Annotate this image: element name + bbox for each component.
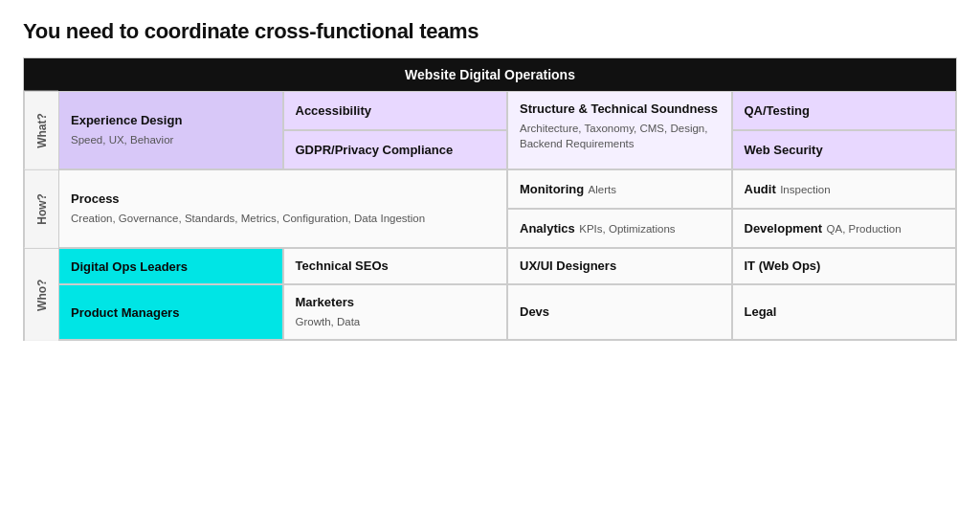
how-col3-top-subtitle: Alerts <box>589 184 616 195</box>
what-col4-bot-title: Web Security <box>745 143 823 157</box>
page-title: You need to coordinate cross-functional … <box>23 19 957 44</box>
who-col4-bot-title: Legal <box>745 304 777 321</box>
who-col1-bot-title: Product Managers <box>71 305 179 320</box>
how-monitoring: Monitoring Alerts <box>507 169 732 209</box>
how-col4-top-subtitle: Inspection <box>780 184 830 195</box>
how-col4-top-title: Audit <box>745 182 776 196</box>
who-col4-top-title: IT (Web Ops) <box>745 258 821 275</box>
what-col4-top-title: QA/Testing <box>745 103 810 118</box>
what-col3-subtitle: Architecture, Taxonomy, CMS, Design, Bac… <box>520 121 720 151</box>
what-col2-top-title: Accessibility <box>296 103 372 118</box>
how-process: Process Creation, Governance, Standards,… <box>58 169 507 248</box>
how-col3-top-title: Monitoring <box>520 182 584 196</box>
who-devs: Devs <box>507 284 732 340</box>
what-structure: Structure & Technical Soundness Architec… <box>507 91 732 169</box>
who-legal: Legal <box>732 284 957 340</box>
row-label-what: What? <box>24 91 58 169</box>
what-col1-title: Experience Design <box>71 113 271 129</box>
who-technical-seos: Technical SEOs <box>283 248 508 285</box>
who-marketers: Marketers Growth, Data <box>283 284 508 340</box>
who-col2-top-title: Technical SEOs <box>296 258 389 275</box>
how-col1-subtitle: Creation, Governance, Standards, Metrics… <box>71 211 495 226</box>
what-col2-wrapper: Accessibility GDPR/Privacy Compliance <box>283 91 508 169</box>
what-col3-title: Structure & Technical Soundness <box>520 101 720 118</box>
what-gdpr: GDPR/Privacy Compliance <box>283 130 508 169</box>
how-col3-bot-title: Analytics <box>520 221 575 236</box>
who-digital-ops: Digital Ops Leaders <box>58 248 283 285</box>
what-accessibility: Accessibility <box>283 91 508 130</box>
how-analytics: Analytics KPIs, Optimizations <box>507 209 732 248</box>
who-product-managers: Product Managers <box>58 284 283 340</box>
what-col2-bot-title: GDPR/Privacy Compliance <box>296 143 454 157</box>
who-col1-top-title: Digital Ops Leaders <box>71 259 188 274</box>
row-label-how: How? <box>24 169 58 248</box>
who-col3-bot-title: Devs <box>520 304 549 321</box>
who-col2-bot-title: Marketers <box>296 295 496 311</box>
how-col4-bot-title: Development <box>745 221 823 236</box>
what-qa-testing: QA/Testing <box>732 91 957 130</box>
table-header: Website Digital Operations <box>24 58 956 91</box>
what-web-security: Web Security <box>732 130 957 169</box>
how-col3-bot-subtitle: KPIs, Optimizations <box>579 223 675 235</box>
how-col1-title: Process <box>71 191 495 208</box>
who-ux-designers: UX/UI Designers <box>507 248 732 285</box>
how-audit: Audit Inspection <box>732 169 957 209</box>
row-label-who: Who? <box>24 248 58 341</box>
main-table: Website Digital Operations What? Experie… <box>23 57 957 341</box>
who-col3-top-title: UX/UI Designers <box>520 258 616 275</box>
how-col4-bot-subtitle: QA, Production <box>827 223 902 235</box>
who-it-web-ops: IT (Web Ops) <box>732 248 957 285</box>
what-col4-wrapper: QA/Testing Web Security <box>732 91 957 169</box>
what-experience-design: Experience Design Speed, UX, Behavior <box>58 91 283 169</box>
how-development: Development QA, Production <box>732 209 957 248</box>
who-col2-bot-subtitle: Growth, Data <box>296 314 496 329</box>
table-grid: What? Experience Design Speed, UX, Behav… <box>24 91 956 340</box>
what-col1-subtitle: Speed, UX, Behavior <box>71 132 271 147</box>
